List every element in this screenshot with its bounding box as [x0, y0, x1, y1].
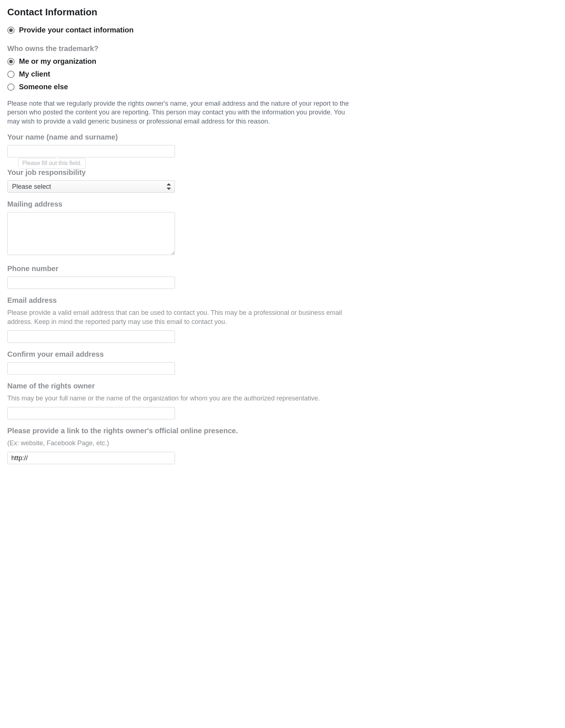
radio-unselected-icon: [7, 83, 15, 91]
name-label: Your name (name and surname): [7, 132, 350, 142]
contact-information-form: Contact Information Provide your contact…: [0, 0, 357, 479]
email-address-helper: Please provide a valid email address tha…: [7, 308, 350, 326]
confirm-email-input[interactable]: [7, 362, 175, 375]
radio-selected-icon: [7, 58, 15, 65]
email-address-label: Email address: [7, 295, 350, 305]
provide-contact-info-label: Provide your contact information: [19, 25, 133, 35]
disclosure-note: Please note that we regularly provide th…: [7, 99, 350, 126]
email-address-input[interactable]: [7, 330, 175, 343]
phone-number-input[interactable]: [7, 277, 175, 289]
job-responsibility-select[interactable]: Please select: [7, 180, 175, 193]
online-presence-link-input[interactable]: [7, 452, 175, 464]
select-arrows-icon: [167, 183, 171, 190]
job-responsibility-selected-value: Please select: [12, 182, 51, 191]
rights-owner-name-label: Name of the rights owner: [7, 381, 350, 391]
mailing-address-input[interactable]: [7, 212, 175, 255]
ownership-option-self-label: Me or my organization: [19, 56, 96, 66]
provide-contact-info-option[interactable]: Provide your contact information: [7, 25, 350, 35]
name-input[interactable]: [7, 145, 175, 157]
mailing-address-label: Mailing address: [7, 199, 350, 209]
radio-selected-icon: [7, 27, 15, 34]
ownership-option-other-label: Someone else: [19, 82, 68, 92]
online-presence-link-helper: (Ex: website, Facebook Page, etc.): [7, 439, 350, 447]
rights-owner-name-input[interactable]: [7, 407, 175, 419]
ownership-option-client-label: My client: [19, 69, 50, 79]
confirm-email-label: Confirm your email address: [7, 349, 350, 359]
job-responsibility-label: Your job responsibility: [7, 168, 350, 177]
section-title: Contact Information: [7, 6, 350, 19]
ownership-question: Who owns the trademark?: [7, 44, 350, 54]
ownership-option-other[interactable]: Someone else: [7, 82, 350, 92]
name-validation-tooltip: Please fill out this field.: [18, 158, 86, 169]
ownership-option-client[interactable]: My client: [7, 69, 350, 79]
rights-owner-name-helper: This may be your full name or the name o…: [7, 394, 350, 403]
radio-unselected-icon: [7, 71, 15, 78]
phone-number-label: Phone number: [7, 264, 350, 274]
ownership-option-self[interactable]: Me or my organization: [7, 56, 350, 66]
online-presence-link-label: Please provide a link to the rights owne…: [7, 426, 350, 436]
